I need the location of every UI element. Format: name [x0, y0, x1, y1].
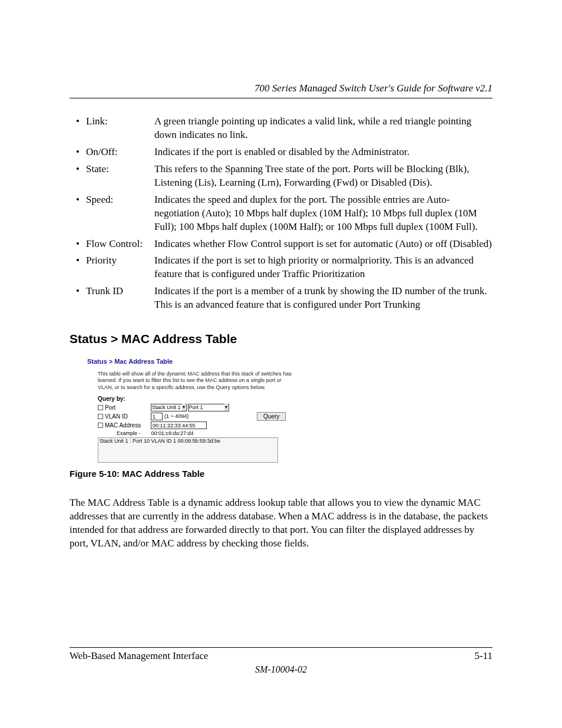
definition-item: • Trunk ID Indicates if the port is a me… — [70, 285, 492, 312]
figure-screenshot: Status > Mac Address Table This table wi… — [87, 358, 376, 463]
definition-term: Flow Control: — [86, 238, 154, 251]
results-listbox[interactable]: Stack Unit 1 : Port 10 VLAN ID 1 00:09:5… — [98, 437, 278, 463]
definition-desc: Indicates if the port is enabled or disa… — [154, 146, 492, 159]
definition-term: On/Off: — [86, 146, 154, 159]
vlan-range-label: (1 ~ 4094) — [164, 413, 189, 419]
definition-item: • On/Off: Indicates if the port is enabl… — [70, 146, 492, 159]
bullet-icon: • — [70, 115, 86, 142]
definition-item: • Flow Control: Indicates whether Flow C… — [70, 238, 492, 251]
bullet-icon: • — [70, 193, 86, 234]
vlan-checkbox[interactable] — [98, 414, 103, 419]
bullet-icon: • — [70, 238, 86, 251]
mac-address-input[interactable]: 00:11:22:33:44:55 — [151, 421, 207, 429]
definition-desc: A green triangle pointing up indicates a… — [154, 115, 492, 142]
figure-instructions: This table will show all of the dynamic … — [98, 371, 298, 391]
example-value: 00:01:c9:da:27:d4 — [151, 430, 194, 436]
query-row-port: Port Stack Unit 1▾ Port 1▾ — [98, 404, 376, 411]
definition-item: • Speed: Indicates the speed and duplex … — [70, 193, 492, 234]
definition-term: State: — [86, 163, 154, 190]
definition-desc: Indicates if the port is set to high pri… — [154, 254, 492, 281]
mac-label: MAC Address — [105, 422, 141, 429]
definition-item: • Link: A green triangle pointing up ind… — [70, 115, 492, 142]
figure-caption: Figure 5-10: MAC Address Table — [70, 469, 492, 479]
bullet-icon: • — [70, 163, 86, 190]
definition-term: Trunk ID — [86, 285, 154, 312]
query-panel: Query by: Port Stack Unit 1▾ Port 1▾ VLA… — [98, 396, 376, 463]
definition-list: • Link: A green triangle pointing up ind… — [70, 115, 492, 312]
section-heading: Status > MAC Address Table — [70, 332, 492, 346]
bullet-icon: • — [70, 146, 86, 159]
query-by-label: Query by: — [98, 396, 376, 402]
dropdown-arrow-icon: ▾ — [224, 404, 228, 411]
stack-unit-select[interactable]: Stack Unit 1▾ — [151, 404, 187, 411]
stack-unit-select-value: Stack Unit 1 — [152, 404, 181, 411]
definition-desc: Indicates if the port is a member of a t… — [154, 285, 492, 312]
query-row-mac: MAC Address 00:11:22:33:44:55 — [98, 421, 376, 429]
port-label: Port — [105, 404, 115, 411]
bullet-icon: • — [70, 254, 86, 281]
definition-item: • State: This refers to the Spanning Tre… — [70, 163, 492, 190]
bullet-icon: • — [70, 285, 86, 312]
vlan-label: VLAN ID — [105, 413, 128, 420]
figure-title: Status > Mac Address Table — [87, 358, 376, 365]
port-checkbox[interactable] — [98, 405, 103, 410]
dropdown-arrow-icon: ▾ — [182, 404, 186, 411]
footer-page-number: 5-11 — [474, 650, 492, 662]
body-paragraph: The MAC Address Table is a dynamic addre… — [70, 496, 492, 551]
footer-doc-id: SM-10004-02 — [70, 664, 492, 675]
example-row: Example - 00:01:c9:da:27:d4 — [117, 430, 376, 436]
query-button[interactable]: Query — [257, 412, 286, 421]
definition-desc: Indicates whether Flow Control support i… — [154, 238, 492, 251]
definition-desc: This refers to the Spanning Tree state o… — [154, 163, 492, 190]
result-row: Stack Unit 1 : Port 10 VLAN ID 1 00:09:5… — [100, 438, 220, 444]
definition-term: Priority — [86, 254, 154, 281]
query-row-vlan: VLAN ID 1 (1 ~ 4094) — [98, 413, 376, 420]
definition-term: Link: — [86, 115, 154, 142]
port-select[interactable]: Port 1▾ — [188, 404, 229, 411]
vlan-id-input[interactable]: 1 — [151, 413, 163, 420]
example-label: Example - — [117, 430, 150, 436]
port-select-value: Port 1 — [189, 404, 203, 411]
definition-term: Speed: — [86, 193, 154, 234]
mac-checkbox[interactable] — [98, 423, 103, 428]
definition-item: • Priority Indicates if the port is set … — [70, 254, 492, 281]
page-footer: Web-Based Management Interface 5-11 SM-1… — [70, 647, 492, 675]
page-header-title: 700 Series Managed Switch User's Guide f… — [70, 83, 492, 98]
definition-desc: Indicates the speed and duplex for the p… — [154, 193, 492, 234]
footer-section-name: Web-Based Management Interface — [70, 650, 209, 662]
